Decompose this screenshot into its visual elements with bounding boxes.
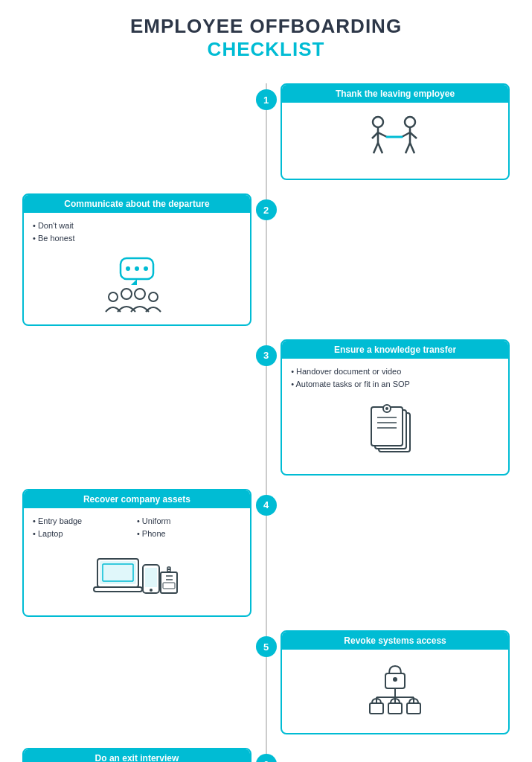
svg-rect-51 <box>388 703 402 714</box>
timeline-row-1: 1 Thank the leaving employee <box>22 83 510 180</box>
page-title: EMPLOYEE OFFBOARDING <box>22 15 510 38</box>
svg-point-6 <box>405 117 415 127</box>
card-body-5 <box>282 650 508 733</box>
svg-rect-52 <box>407 703 420 714</box>
svg-point-15 <box>135 266 139 271</box>
card-header-4: Recover company assets <box>24 490 250 508</box>
svg-line-5 <box>378 143 382 153</box>
list-item: Uniform <box>137 516 241 527</box>
svg-line-3 <box>378 132 387 137</box>
assets-icon <box>94 551 179 603</box>
icon-area-4 <box>33 547 241 608</box>
timeline-row-5: 5 Revoke systems access <box>22 630 510 734</box>
step-number-1: 1 <box>256 89 277 110</box>
lock-icon <box>362 662 429 721</box>
timeline: 1 Thank the leaving employee <box>22 83 510 762</box>
svg-rect-40 <box>163 583 175 589</box>
right-card-1: Thank the leaving employee <box>281 83 510 180</box>
step-number-2: 2 <box>256 199 277 220</box>
card-body-3: Handover document or video Automate task… <box>282 359 508 474</box>
svg-point-18 <box>109 292 118 301</box>
step-number-3: 3 <box>256 345 277 366</box>
timeline-row-4: Recover company assets Entry badge Unifo… <box>22 489 510 618</box>
icon-area-2 <box>33 252 241 317</box>
card-4: Recover company assets Entry badge Unifo… <box>22 489 251 618</box>
step-number-6: 6 <box>256 754 277 762</box>
documents-icon <box>365 403 425 462</box>
right-card-5: Revoke systems access <box>281 630 510 734</box>
svg-line-10 <box>406 143 410 153</box>
svg-line-8 <box>410 132 417 138</box>
list-item: Automate tasks or fit in an SOP <box>291 379 499 390</box>
svg-line-9 <box>402 132 410 137</box>
icon-area-3 <box>291 398 499 467</box>
card-2: Communicate about the departure Don't wa… <box>22 193 251 326</box>
svg-point-36 <box>150 589 153 592</box>
step-number-4: 4 <box>256 495 277 516</box>
header: EMPLOYEE OFFBOARDING CHECKLIST <box>22 15 510 61</box>
card-header-5: Revoke systems access <box>282 632 508 650</box>
icon-area-1 <box>291 110 499 171</box>
svg-point-14 <box>126 266 130 271</box>
svg-point-20 <box>135 289 145 299</box>
svg-point-21 <box>149 292 158 301</box>
svg-point-0 <box>373 117 383 127</box>
svg-line-4 <box>374 143 378 153</box>
card-5: Revoke systems access <box>281 630 510 734</box>
timeline-row-3: 3 Ensure a knowledge transfer Handover d… <box>22 339 510 476</box>
svg-rect-32 <box>94 587 142 592</box>
list-item: Be honest <box>33 233 241 244</box>
left-card-6: Do an exit interview Done by a 'neutral'… <box>22 748 251 762</box>
list-item: Entry badge <box>33 516 137 527</box>
list-item: Handover document or video <box>291 366 499 377</box>
card-body-1 <box>282 103 508 179</box>
chat-icon <box>100 257 174 313</box>
svg-point-16 <box>144 266 148 271</box>
icon-area-5 <box>291 657 499 726</box>
svg-point-44 <box>393 677 397 682</box>
card-header-1: Thank the leaving employee <box>282 85 508 103</box>
page: EMPLOYEE OFFBOARDING CHECKLIST 1 Thank t… <box>0 0 532 762</box>
card-list-3: Handover document or video Automate task… <box>291 366 499 392</box>
card-header-2: Communicate about the departure <box>24 195 250 213</box>
step-number-5: 5 <box>256 636 277 657</box>
right-card-3: Ensure a knowledge transfer Handover doc… <box>281 339 510 476</box>
svg-point-29 <box>385 407 388 410</box>
card-body-4: Entry badge Uniform Laptop Phone <box>24 508 250 616</box>
handshake-icon <box>362 115 429 167</box>
timeline-row-6: Do an exit interview Done by a 'neutral'… <box>22 748 510 762</box>
list-item: Don't wait <box>33 220 241 231</box>
svg-rect-50 <box>370 703 383 714</box>
svg-rect-35 <box>145 568 157 587</box>
card-list-4: Entry badge Uniform Laptop Phone <box>33 516 241 542</box>
left-card-4: Recover company assets Entry badge Unifo… <box>22 489 251 618</box>
svg-point-19 <box>121 289 132 299</box>
card-list-2: Don't wait Be honest <box>33 220 241 246</box>
card-3: Ensure a knowledge transfer Handover doc… <box>281 339 510 476</box>
card-1: Thank the leaving employee <box>281 83 510 180</box>
page-subtitle: CHECKLIST <box>22 38 510 61</box>
list-item: Phone <box>137 528 241 540</box>
svg-line-11 <box>410 143 414 153</box>
card-header-3: Ensure a knowledge transfer <box>282 341 508 359</box>
left-card-2: Communicate about the departure Don't wa… <box>22 193 251 326</box>
card-body-2: Don't wait Be honest <box>24 213 250 324</box>
card-6: Do an exit interview Done by a 'neutral'… <box>22 748 251 762</box>
list-item: Laptop <box>33 528 137 540</box>
timeline-row-2: Communicate about the departure Don't wa… <box>22 193 510 326</box>
card-header-6: Do an exit interview <box>24 749 250 762</box>
